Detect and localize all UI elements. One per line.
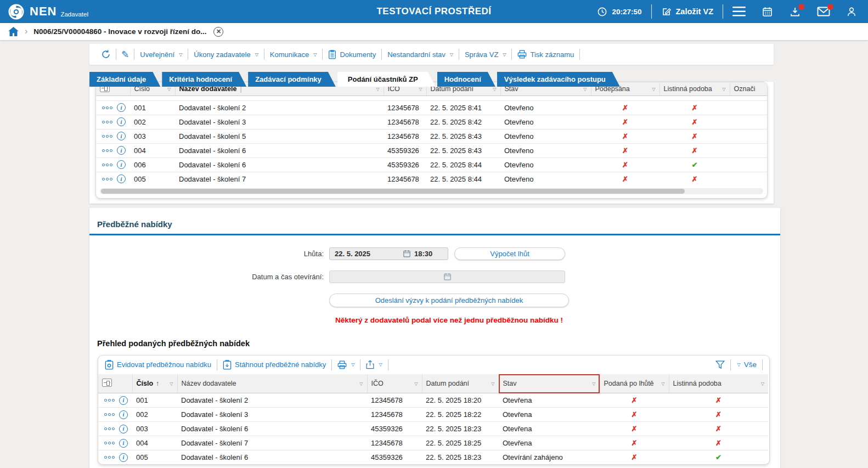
filter-caret-icon[interactable]: ▽ <box>419 86 422 91</box>
row-menu-icon[interactable] <box>102 135 112 138</box>
column-header-podan-po-lh-t[interactable]: Podaná po lhůtě▽ <box>600 374 669 393</box>
download-preliminary-offers-button[interactable]: Stáhnout předběžné nabídky <box>223 360 326 370</box>
tab-hodnoceni[interactable]: Hodnocení <box>437 72 495 87</box>
user-profile-button[interactable] <box>846 6 857 18</box>
deadline-date-value[interactable]: 22. 5. 2025 <box>335 250 399 258</box>
column-header-listinn-podoba[interactable]: Listinná podoba▽ <box>669 374 768 393</box>
main-menu-button[interactable] <box>732 7 746 16</box>
filter-caret-icon[interactable]: ▽ <box>761 381 764 386</box>
row-info-icon[interactable]: i <box>117 174 126 183</box>
register-preliminary-offer-button[interactable]: Evidovat předběžnou nabídku <box>105 360 211 370</box>
row-info-icon[interactable]: i <box>117 146 126 155</box>
refresh-button[interactable] <box>96 49 116 59</box>
column-settings-header[interactable] <box>98 374 132 393</box>
row-menu-icon[interactable] <box>104 442 115 444</box>
calendar-small-icon[interactable] <box>403 250 410 257</box>
downloads-button[interactable] <box>789 6 801 18</box>
filter-caret-icon[interactable]: ▽ <box>376 86 379 91</box>
deadline-time-value[interactable]: 18:30 <box>414 250 443 258</box>
table-row[interactable]: i004Dodavatel - školení 71234567822. 5. … <box>98 436 768 450</box>
filter-caret-icon[interactable]: ▽ <box>170 381 173 386</box>
row-info-icon[interactable]: i <box>119 453 128 462</box>
row-info-icon[interactable]: i <box>119 396 128 405</box>
filter-caret-icon[interactable]: ▽ <box>414 381 418 386</box>
filter-caret-icon[interactable]: ▽ <box>359 381 363 386</box>
view-selector[interactable]: ▽ Vše <box>736 360 757 369</box>
table-row[interactable]: i005Dodavatel - školení 71234567822. 5. … <box>96 172 767 186</box>
home-icon[interactable] <box>8 27 19 36</box>
header-separator <box>651 4 652 19</box>
clipboard-add-icon <box>105 360 114 370</box>
row-info-icon[interactable]: i <box>119 410 128 419</box>
scrollbar-thumb[interactable] <box>101 189 685 194</box>
toolbar-separator <box>762 359 763 370</box>
row-menu-icon[interactable] <box>104 413 115 416</box>
tab-vysledek-zadavaciho-postupu[interactable]: Výsledek zadávacího postupu <box>497 72 620 87</box>
table-row[interactable]: i002Dodavatel - školení 31234567822. 5. … <box>98 408 768 422</box>
breadcrumb-record-title[interactable]: N006/25/V00004860 - Inovace v rozvoji ří… <box>33 27 206 36</box>
messages-button[interactable] <box>817 6 830 17</box>
table-row[interactable]: i002Dodavatel - školení 31234567822. 5. … <box>96 115 767 129</box>
row-menu-icon[interactable] <box>102 106 112 109</box>
table-row[interactable]: i004Dodavatel - školení 64535932622. 5. … <box>96 143 767 157</box>
row-info-icon[interactable]: i <box>119 439 128 448</box>
create-vz-label: Založit VZ <box>676 7 713 16</box>
filter-caret-icon[interactable]: ▽ <box>493 86 496 91</box>
horizontal-scrollbar[interactable] <box>100 188 763 194</box>
row-menu-icon[interactable] <box>102 121 112 123</box>
export-grid-button[interactable]: ▽ <box>366 360 382 369</box>
tab-zadavaci-podminky[interactable]: Zadávací podmínky <box>248 72 336 87</box>
create-vz-button[interactable]: Založit VZ <box>661 7 713 17</box>
close-record-icon[interactable]: ✕ <box>213 27 223 37</box>
table-row[interactable]: i001Dodavatel - školení 21234567822. 5. … <box>98 393 768 408</box>
row-info-icon[interactable]: i <box>117 132 126 140</box>
column-header-stav[interactable]: Stav▽ <box>499 374 600 393</box>
print-grid-button[interactable]: ▽ <box>337 360 354 369</box>
row-info-icon[interactable]: i <box>117 103 126 112</box>
row-info-icon[interactable]: i <box>117 117 126 126</box>
table-row[interactable]: i005Dodavatel - školení 64535932622. 5. … <box>98 450 768 465</box>
edit-record-button[interactable]: ✎ <box>116 49 134 60</box>
table-row[interactable]: i001Dodavatel - školení 21234567822. 5. … <box>96 100 767 115</box>
filter-caret-icon[interactable]: ▽ <box>722 86 725 91</box>
row-menu-icon[interactable] <box>104 399 115 402</box>
menu-label: Uveřejnění <box>140 50 174 59</box>
calendar-button[interactable] <box>762 6 773 18</box>
table-row[interactable]: i006Dodavatel - školení 64535932622. 5. … <box>96 157 767 172</box>
table-row[interactable]: i003Dodavatel - školení 51234567822. 5. … <box>96 129 767 143</box>
filter-caret-icon[interactable]: ▽ <box>491 381 494 386</box>
tab-podani-ucastniku-zp[interactable]: Podání účastníků ZP <box>337 72 436 87</box>
grid-settings-icon[interactable] <box>102 379 112 387</box>
filter-caret-icon[interactable]: ▽ <box>583 86 587 91</box>
calculate-deadlines-button[interactable]: Výpočet lhůt <box>454 247 565 260</box>
row-menu-icon[interactable] <box>104 427 115 430</box>
filter-caret-icon[interactable]: ▽ <box>592 381 595 386</box>
app-logo[interactable]: NEN Zadavatel <box>8 3 88 20</box>
row-menu-icon[interactable] <box>102 178 112 181</box>
menu-uverejneni[interactable]: Uveřejnění ▽ <box>134 50 188 59</box>
column-header-slo[interactable]: Číslo↑▽ <box>132 374 177 393</box>
filter-caret-icon[interactable]: ▽ <box>652 86 655 91</box>
tab-zakladni-udaje[interactable]: Základní údaje <box>89 72 160 87</box>
filter-button[interactable] <box>715 360 725 369</box>
menu-nestandardni-stav[interactable]: Nestandardní stav ▽ <box>382 50 459 59</box>
row-info-icon[interactable]: i <box>117 160 126 169</box>
column-header-datum-pod-n[interactable]: Datum podání▽ <box>422 374 499 393</box>
filter-caret-icon[interactable]: ▽ <box>167 86 171 91</box>
menu-komunikace[interactable]: Komunikace ▽ <box>264 50 323 59</box>
print-record-button[interactable]: Tisk záznamu <box>512 50 579 59</box>
row-menu-icon[interactable] <box>102 149 112 152</box>
menu-dokumenty[interactable]: Dokumenty <box>323 50 381 59</box>
filter-caret-icon[interactable]: ▽ <box>661 381 664 386</box>
column-header-i-o[interactable]: IČO▽ <box>367 374 422 393</box>
column-header-n-zev-dodavatele[interactable]: Název dodavatele▽ <box>177 374 367 393</box>
table-row[interactable]: i003Dodavatel - školení 64535932622. 5. … <box>98 422 768 436</box>
send-preliminary-call-button[interactable]: Odeslání výzvy k podání předběžných nabí… <box>329 294 569 307</box>
tab-kriteria-hodnoceni[interactable]: Kritéria hodnocení <box>162 72 246 87</box>
deadline-datetime-field[interactable]: 22. 5. 2025 18:30 <box>329 247 448 260</box>
menu-sprava-vz[interactable]: Správa VZ ▽ <box>459 50 512 59</box>
menu-ukony-zadavatele[interactable]: Úkony zadavatele ▽ <box>188 50 264 59</box>
row-menu-icon[interactable] <box>104 456 115 459</box>
row-info-icon[interactable]: i <box>119 425 128 433</box>
row-menu-icon[interactable] <box>102 163 112 166</box>
